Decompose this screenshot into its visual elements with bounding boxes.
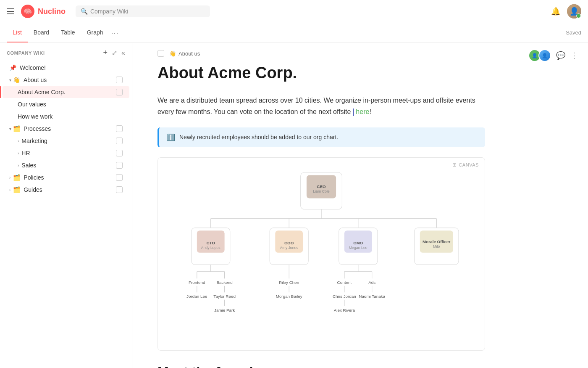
svg-text:Milo: Milo — [433, 244, 440, 249]
logo-icon: 🧠 — [21, 5, 34, 18]
comment-icon[interactable]: 💬 — [556, 51, 565, 60]
sidebar: COMPANY WIKI + ⤢ « 📌 Welcome! ▾ 👋 About … — [0, 42, 132, 368]
org-chart: CEO Liam Cole CTO Andy Lopez — [165, 168, 478, 340]
svg-text:CEO: CEO — [317, 184, 326, 189]
svg-text:Naomi Tanaka: Naomi Tanaka — [359, 294, 385, 299]
tab-table[interactable]: Table — [55, 23, 81, 42]
svg-text:Ads: Ads — [368, 280, 375, 285]
sidebar-item-welcome[interactable]: 📌 Welcome! — [3, 62, 129, 74]
check-box — [116, 125, 123, 132]
svg-text:Content: Content — [337, 280, 352, 285]
svg-text:Morgan Bailey: Morgan Bailey — [276, 294, 302, 299]
tab-list[interactable]: List — [7, 23, 28, 42]
canvas-label: ⊞ CANVAS — [452, 162, 479, 168]
svg-text:Morale Officer: Morale Officer — [423, 239, 450, 244]
sidebar-item-label: Policies — [24, 174, 116, 181]
right-arrow-icon: › — [18, 163, 19, 168]
tab-board[interactable]: Board — [28, 23, 55, 42]
notifications-icon[interactable]: 🔔 — [551, 7, 560, 16]
expand-icon[interactable]: ⤢ — [112, 49, 117, 57]
main-layout: COMPANY WIKI + ⤢ « 📌 Welcome! ▾ 👋 About … — [0, 42, 588, 368]
collapse-sidebar-icon[interactable]: « — [121, 49, 125, 57]
breadcrumb-link[interactable]: About us — [178, 50, 200, 57]
processes-icon: 🗂️ — [13, 125, 20, 132]
pin-icon: 📌 — [9, 64, 16, 71]
svg-text:Amy Jones: Amy Jones — [280, 246, 299, 250]
breadcrumb-check — [158, 50, 164, 57]
sidebar-item-label: Welcome! — [20, 64, 123, 71]
svg-text:Andy Lopez: Andy Lopez — [201, 246, 221, 250]
more-options-icon[interactable]: ⋮ — [570, 51, 578, 60]
app-name: Nuclino — [38, 7, 66, 16]
meet-founder-title: Meet the founder — [158, 364, 485, 368]
sidebar-item-about-acme[interactable]: About Acme Corp. — [3, 86, 129, 98]
svg-text:Megan Lee: Megan Lee — [349, 246, 368, 250]
right-arrow-icon: › — [18, 139, 19, 143]
canvas-label-text: CANVAS — [459, 162, 479, 167]
sidebar-item-label: About us — [24, 77, 116, 83]
svg-text:Liam Cole: Liam Cole — [313, 189, 330, 193]
tab-more-icon[interactable]: ⋯ — [111, 28, 118, 37]
svg-text:Chris Jordan: Chris Jordan — [333, 294, 356, 299]
sidebar-item-how-we-work[interactable]: How we work — [3, 111, 129, 122]
content-area: 👤 👤 💬 ⋮ 👋 About us About Acme Corp. We a… — [132, 42, 588, 368]
collapse-arrow-icon: ▾ — [9, 127, 11, 131]
tab-bar: List Board Table Graph ⋯ Saved — [0, 23, 588, 42]
sidebar-item-label: How we work — [18, 113, 123, 120]
body-link[interactable]: here — [356, 108, 369, 115]
check-box — [116, 150, 123, 156]
saved-label: Saved — [566, 29, 581, 36]
check-box — [116, 77, 123, 83]
page-content: About Acme Corp. We are a distributed te… — [132, 57, 510, 368]
svg-text:Jordan Lee: Jordan Lee — [186, 294, 207, 299]
top-nav: 🧠 Nuclino 🔍 Company Wiki 🔔 👤 — [0, 0, 588, 23]
logo-area: 🧠 Nuclino — [21, 5, 66, 18]
collab-avatar-2: 👤 — [538, 49, 551, 62]
sidebar-item-guides[interactable]: › 🗂️ Guides — [3, 184, 129, 196]
check-box — [116, 186, 123, 193]
workspace-title: COMPANY WIKI — [7, 50, 45, 56]
tab-graph[interactable]: Graph — [81, 23, 109, 42]
search-placeholder: Company Wiki — [90, 8, 128, 15]
search-bar[interactable]: 🔍 Company Wiki — [76, 5, 210, 17]
right-arrow-icon: › — [18, 151, 19, 156]
add-item-icon[interactable]: + — [103, 48, 108, 57]
org-chart-canvas: ⊞ CANVAS CEO Liam Cole — [158, 157, 485, 351]
nav-right: 🔔 👤 — [551, 4, 581, 19]
check-box — [116, 174, 123, 181]
user-avatar[interactable]: 👤 — [567, 4, 581, 19]
sidebar-item-policies[interactable]: › 🗂️ Policies — [3, 172, 129, 183]
sidebar-item-about-us[interactable]: ▾ 👋 About us — [3, 74, 129, 86]
svg-text:Backend: Backend — [216, 280, 232, 285]
sidebar-item-label: Processes — [24, 125, 116, 132]
svg-text:COO: COO — [284, 241, 294, 245]
check-box — [116, 89, 123, 95]
sidebar-item-label: HR — [21, 150, 116, 156]
about-us-icon: 👋 — [13, 77, 20, 83]
page-title: About Acme Corp. — [158, 64, 485, 83]
content-top-bar: 👤 👤 💬 ⋮ — [528, 49, 578, 62]
text-cursor — [353, 109, 354, 116]
sidebar-item-marketing[interactable]: › Marketing — [3, 135, 129, 147]
sidebar-item-our-values[interactable]: Our values — [3, 98, 129, 110]
sidebar-item-label: Marketing — [21, 138, 116, 144]
svg-text:Riley Chen: Riley Chen — [279, 280, 299, 285]
collaborators: 👤 👤 — [528, 49, 551, 62]
svg-text:Frontend: Frontend — [189, 280, 205, 285]
sidebar-item-label: About Acme Corp. — [18, 89, 116, 95]
breadcrumb-emoji: 👋 — [169, 50, 176, 57]
canvas-icon: ⊞ — [452, 162, 457, 168]
svg-text:Alex Rivera: Alex Rivera — [334, 308, 355, 312]
svg-text:Jamie Park: Jamie Park — [214, 308, 235, 312]
menu-icon[interactable] — [7, 8, 14, 14]
sidebar-item-sales[interactable]: › Sales — [3, 159, 129, 171]
check-box — [116, 162, 123, 169]
svg-text:Taylor Reed: Taylor Reed — [213, 294, 236, 299]
svg-text:CMO: CMO — [353, 241, 363, 245]
sidebar-item-processes[interactable]: ▾ 🗂️ Processes — [3, 123, 129, 135]
page-body: We are a distributed team spread across … — [158, 95, 485, 117]
breadcrumb: 👋 About us — [132, 42, 588, 57]
info-box: ℹ️ Newly recruited employees should be a… — [158, 127, 485, 147]
right-arrow-icon: › — [9, 175, 10, 180]
sidebar-item-hr[interactable]: › HR — [3, 147, 129, 159]
